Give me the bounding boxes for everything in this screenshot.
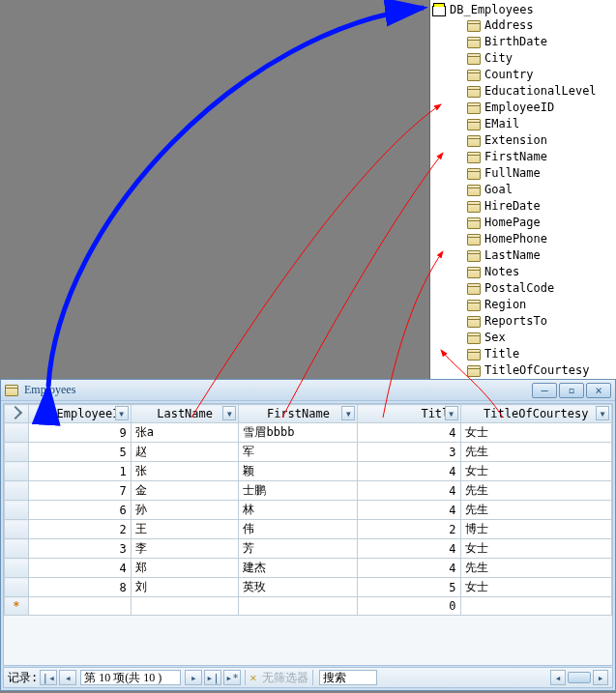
new-row[interactable]: *0 bbox=[5, 597, 612, 616]
row-selector[interactable] bbox=[5, 539, 29, 559]
row-selector[interactable] bbox=[5, 462, 29, 481]
cell[interactable] bbox=[460, 597, 611, 616]
tree-field[interactable]: HomePhone bbox=[432, 231, 616, 247]
cell[interactable]: 2 bbox=[28, 520, 131, 539]
nav-last-button[interactable]: ▸| bbox=[204, 670, 221, 685]
cell[interactable]: 5 bbox=[28, 443, 131, 462]
cell[interactable] bbox=[131, 597, 239, 616]
tree-field[interactable]: Goal bbox=[432, 182, 616, 198]
tree-field[interactable]: EmployeeID bbox=[432, 100, 616, 116]
cell[interactable]: 孙 bbox=[131, 501, 239, 520]
table-row[interactable]: 8刘英玫5女士 bbox=[5, 578, 612, 597]
scroll-left-button[interactable]: ◂ bbox=[550, 670, 566, 685]
cell[interactable]: 芳 bbox=[239, 539, 358, 559]
tree-root[interactable]: DB_Employees bbox=[432, 2, 616, 17]
cell[interactable]: 9 bbox=[28, 423, 131, 443]
cell[interactable]: 张a bbox=[131, 423, 239, 443]
cell[interactable]: 2 bbox=[358, 520, 460, 539]
cell[interactable]: 3 bbox=[358, 443, 460, 462]
cell[interactable]: 女士 bbox=[460, 539, 611, 559]
cell[interactable]: 4 bbox=[358, 559, 460, 578]
cell[interactable]: 林 bbox=[239, 501, 358, 520]
cell[interactable] bbox=[239, 597, 358, 616]
cell[interactable]: 1 bbox=[28, 462, 131, 481]
cell[interactable]: 李 bbox=[131, 539, 239, 559]
tree-field[interactable]: FirstName bbox=[432, 149, 616, 165]
cell[interactable]: 先生 bbox=[460, 481, 611, 501]
table-row[interactable]: 6孙林4先生 bbox=[5, 501, 612, 520]
cell[interactable]: 4 bbox=[28, 559, 131, 578]
cell[interactable]: 5 bbox=[358, 578, 460, 597]
close-button[interactable]: × bbox=[586, 383, 611, 398]
tree-field[interactable]: Notes bbox=[432, 264, 616, 280]
cell[interactable]: 4 bbox=[358, 539, 460, 559]
cell[interactable]: 王 bbox=[131, 520, 239, 539]
cell[interactable]: 4 bbox=[358, 481, 460, 501]
maximize-button[interactable]: ▫ bbox=[559, 383, 584, 398]
tree-field[interactable]: Sex bbox=[432, 330, 616, 346]
row-selector[interactable] bbox=[5, 578, 29, 597]
tree-field[interactable]: City bbox=[432, 50, 616, 67]
tree-field[interactable]: EducationalLevel bbox=[432, 83, 616, 100]
tree-field[interactable]: ReportsTo bbox=[432, 313, 616, 330]
nav-next-button[interactable]: ▸ bbox=[185, 670, 202, 685]
table-row[interactable]: 9张a雪眉bbbb4女士 bbox=[5, 423, 612, 443]
nav-position-input[interactable] bbox=[80, 670, 181, 685]
titlebar[interactable]: Employees – ▫ × bbox=[1, 380, 615, 401]
cell[interactable]: 赵 bbox=[131, 443, 239, 462]
tree-field[interactable]: FullName bbox=[432, 165, 616, 182]
column-header[interactable]: EmployeeID▾ bbox=[28, 405, 131, 423]
cell[interactable]: 士鹏 bbox=[239, 481, 358, 501]
table-row[interactable]: 5赵军3先生 bbox=[5, 443, 612, 462]
cell[interactable]: 建杰 bbox=[239, 559, 358, 578]
tree-field[interactable]: PostalCode bbox=[432, 280, 616, 297]
cell[interactable]: 7 bbox=[28, 481, 131, 501]
minimize-button[interactable]: – bbox=[532, 383, 557, 398]
cell[interactable] bbox=[28, 597, 131, 616]
cell[interactable]: 英玫 bbox=[239, 578, 358, 597]
table-row[interactable]: 4郑建杰4先生 bbox=[5, 559, 612, 578]
cell[interactable]: 4 bbox=[358, 501, 460, 520]
cell[interactable]: 军 bbox=[239, 443, 358, 462]
cell[interactable]: 博士 bbox=[460, 520, 611, 539]
scroll-right-button[interactable]: ▸ bbox=[593, 670, 608, 685]
chevron-down-icon[interactable]: ▾ bbox=[115, 406, 129, 420]
cell[interactable]: 先生 bbox=[460, 501, 611, 520]
table-row[interactable]: 2王伟2博士 bbox=[5, 520, 612, 539]
cell[interactable]: 刘 bbox=[131, 578, 239, 597]
row-selector[interactable] bbox=[5, 423, 29, 443]
row-selector[interactable] bbox=[5, 520, 29, 539]
scroll-thumb[interactable] bbox=[568, 672, 591, 683]
chevron-down-icon[interactable]: ▾ bbox=[596, 406, 609, 420]
row-selector[interactable] bbox=[5, 559, 29, 578]
column-header[interactable]: LastName▾ bbox=[131, 405, 239, 423]
cell[interactable]: 6 bbox=[28, 501, 131, 520]
row-selector[interactable] bbox=[5, 481, 29, 501]
tree-field[interactable]: Title bbox=[432, 346, 616, 362]
tree-field[interactable]: LastName bbox=[432, 247, 616, 264]
cell[interactable]: 0 bbox=[358, 597, 460, 616]
cell[interactable]: 先生 bbox=[460, 559, 611, 578]
tree-field[interactable]: TitleOfCourtesy bbox=[432, 362, 616, 379]
chevron-down-icon[interactable]: ▾ bbox=[222, 406, 236, 420]
tree-field[interactable]: Extension bbox=[432, 132, 616, 149]
search-input[interactable] bbox=[319, 670, 377, 685]
column-header[interactable]: Title▾ bbox=[358, 405, 460, 423]
cell[interactable]: 3 bbox=[28, 539, 131, 559]
cell[interactable]: 金 bbox=[131, 481, 239, 501]
tree-field[interactable]: Address bbox=[432, 17, 616, 34]
cell[interactable]: 张 bbox=[131, 462, 239, 481]
tree-field[interactable]: HomePage bbox=[432, 215, 616, 231]
row-selector[interactable] bbox=[5, 501, 29, 520]
cell[interactable]: 4 bbox=[358, 423, 460, 443]
table-row[interactable]: 3李芳4女士 bbox=[5, 539, 612, 559]
cell[interactable]: 女士 bbox=[460, 423, 611, 443]
row-selector[interactable] bbox=[5, 443, 29, 462]
cell[interactable]: 8 bbox=[28, 578, 131, 597]
table-row[interactable]: 1张颖4女士 bbox=[5, 462, 612, 481]
cell[interactable]: 女士 bbox=[460, 578, 611, 597]
cell[interactable]: 先生 bbox=[460, 443, 611, 462]
column-header[interactable]: TitleOfCourtesy▾ bbox=[460, 405, 611, 423]
tree-field[interactable]: EMail bbox=[432, 116, 616, 132]
column-header[interactable]: FirstName▾ bbox=[239, 405, 358, 423]
